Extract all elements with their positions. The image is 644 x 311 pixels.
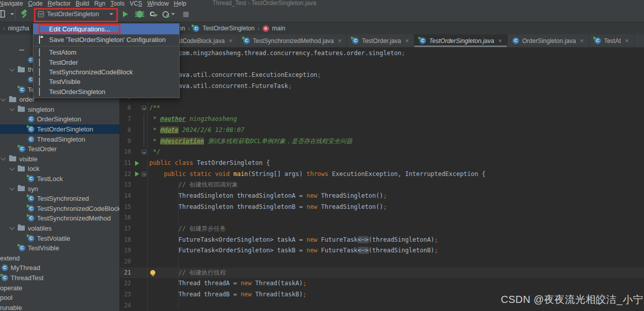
editor-tab[interactable]: CTestAt× — [589, 34, 634, 47]
tab-close-icon[interactable]: × — [498, 37, 502, 45]
tree-item-testsynchronizedmethod[interactable]: CTestSynchronizedMethod — [0, 213, 119, 224]
fold-marker-icon[interactable] — [142, 172, 146, 176]
chevron-down-icon[interactable] — [10, 67, 15, 72]
tree-item-singleton[interactable]: singleton — [0, 105, 119, 115]
tab-close-icon[interactable]: × — [580, 37, 584, 45]
tree-item-runable[interactable]: runable — [0, 302, 119, 311]
tree-item-extend[interactable]: extend — [0, 253, 119, 263]
tree-item-label: TestVisible — [28, 244, 59, 252]
tree-item-label: runable — [0, 304, 22, 311]
tree-item-pool[interactable]: pool — [0, 293, 119, 303]
menu-navigate[interactable]: Navigate — [0, 1, 25, 7]
menu-help[interactable]: Help — [171, 1, 189, 7]
fold-gutter[interactable] — [141, 114, 148, 125]
coverage-button[interactable]: C — [150, 9, 154, 19]
tree-item-label: MyThread — [11, 264, 40, 272]
fold-gutter[interactable] — [141, 125, 148, 136]
tool-windows-icon[interactable] — [0, 10, 5, 18]
menu-vcs[interactable]: VCS — [127, 1, 145, 7]
fold-gutter[interactable] — [141, 147, 148, 158]
chevron-down-icon[interactable] — [10, 106, 15, 111]
gutter-space — [133, 180, 141, 191]
breadcrumb-root[interactable]: ningzha — [8, 25, 29, 32]
tree-item-syn[interactable]: syn — [0, 184, 119, 194]
dropdown-config-testatom[interactable]: TestAtom — [33, 48, 179, 57]
runnable-class-icon: C — [19, 146, 25, 152]
tab-close-icon[interactable]: × — [405, 37, 409, 45]
fold-gutter[interactable] — [141, 103, 148, 114]
crumb-separator-icon: › — [3, 25, 5, 31]
config-icon-slot — [39, 49, 45, 56]
save-icon — [39, 35, 40, 44]
gutter-space — [133, 268, 141, 279]
dropdown-item-save-configuration[interactable]: Save 'TestOrderSingleton' Configuration — [33, 34, 179, 45]
breadcrumb-item[interactable]: TestOrderSingleton — [202, 25, 254, 32]
tree-item-lock[interactable]: lock — [0, 164, 119, 174]
code-text: package com.ningzhaosheng.thread.concurr… — [148, 48, 405, 59]
chevron-down-icon[interactable] — [10, 165, 15, 170]
menu-run[interactable]: Run — [92, 1, 108, 7]
tree-item-volatiles[interactable]: volatiles — [0, 224, 119, 234]
tree-item-threadtest[interactable]: CThreadTest — [0, 273, 119, 283]
stop-button[interactable] — [183, 9, 189, 19]
runnable-class-icon: C — [19, 245, 25, 251]
tree-item-testorder[interactable]: CTestOrder — [0, 144, 119, 154]
runnable-class-icon: C — [28, 215, 34, 221]
tool-windows-caret-icon[interactable] — [10, 13, 14, 15]
tree-item-operate[interactable]: operate — [0, 283, 119, 293]
fold-marker-icon[interactable] — [142, 150, 146, 154]
runnable-class-icon: C — [28, 205, 34, 212]
tree-item-visible[interactable]: visible — [0, 154, 119, 164]
tab-close-icon[interactable]: × — [625, 37, 629, 45]
tree-item-testsynchronizedcodeblock[interactable]: CTestSynchronizedCodeBlock — [0, 204, 119, 214]
fold-gutter — [141, 158, 148, 169]
run-gutter-icon[interactable] — [133, 158, 141, 169]
fold-gutter[interactable] — [141, 136, 148, 147]
editor-tab[interactable]: CTestSynchronizedMethod.java× — [238, 34, 348, 47]
dropdown-config-testorder[interactable]: TestOrder — [33, 57, 179, 67]
dropdown-config-testsynchronizedcodeblock[interactable]: TestSynchronizedCodeBlock — [33, 67, 179, 77]
tree-item-testsynchronized[interactable]: CTestSynchronized — [0, 194, 119, 204]
editor-tab[interactable]: CTestOrderSingleton.java× — [414, 34, 507, 47]
tree-item-threadsingleton[interactable]: CThreadSingleton — [0, 134, 119, 144]
tab-close-icon[interactable]: × — [338, 37, 342, 45]
menu-tools[interactable]: Tools — [108, 1, 127, 7]
menu-refactor[interactable]: Refactor — [45, 1, 73, 7]
chevron-down-icon[interactable] — [10, 225, 15, 230]
code-text: */ — [148, 147, 160, 158]
intention-bulb-icon[interactable] — [150, 270, 155, 275]
breadcrumb-left[interactable]: › ningzha — [3, 22, 29, 34]
code-editor[interactable]: 1package com.ningzhaosheng.thread.concur… — [120, 48, 644, 311]
tree-item-label: TestOrder — [28, 145, 57, 153]
menu-window[interactable]: Window — [145, 1, 171, 7]
tree-item-ordersingleton[interactable]: COrderSingleton — [0, 114, 119, 124]
tree-item-testvisible[interactable]: CTestVisible — [0, 243, 119, 253]
profiler-button[interactable] — [162, 9, 175, 19]
editor-tab[interactable]: COrderSingleton.java× — [507, 34, 589, 47]
dropdown-config-testordersingleton[interactable]: TestOrderSingleton — [33, 87, 179, 97]
tree-item-testlock[interactable]: CTestLock — [0, 174, 119, 184]
editor-tab[interactable]: CTestOrder.java× — [347, 34, 414, 47]
crumb-separator-icon: › — [257, 25, 260, 31]
run-gutter-icon[interactable] — [133, 169, 141, 180]
tree-item-testordersingleton[interactable]: CTestOrderSingleton — [0, 124, 119, 135]
code-line: 7 * @author ningzhaosheng — [120, 114, 644, 125]
fold-gutter[interactable] — [141, 169, 148, 180]
build-button[interactable] — [20, 9, 28, 19]
debug-button[interactable] — [137, 9, 143, 19]
run-button[interactable] — [123, 9, 128, 19]
chevron-down-icon[interactable] — [1, 96, 6, 101]
chevron-down-icon[interactable] — [1, 156, 6, 161]
menu-code[interactable]: Code — [25, 1, 45, 7]
gutter-space — [133, 256, 141, 268]
tab-close-icon[interactable]: × — [229, 37, 233, 45]
breadcrumb-item[interactable]: main — [272, 25, 285, 32]
code-line: 13 // 创建线程回调对象 — [120, 180, 644, 191]
dropdown-config-testvisible[interactable]: TestVisible — [33, 77, 179, 86]
menu-build[interactable]: Build — [73, 1, 92, 7]
chevron-down-icon[interactable] — [10, 186, 15, 191]
fold-marker-icon[interactable] — [142, 106, 146, 110]
tree-item-mythread[interactable]: CMyThread — [0, 263, 119, 273]
tree-item-testvolatile[interactable]: CTestVolatile — [0, 233, 119, 243]
line-number: 18 — [120, 235, 133, 246]
